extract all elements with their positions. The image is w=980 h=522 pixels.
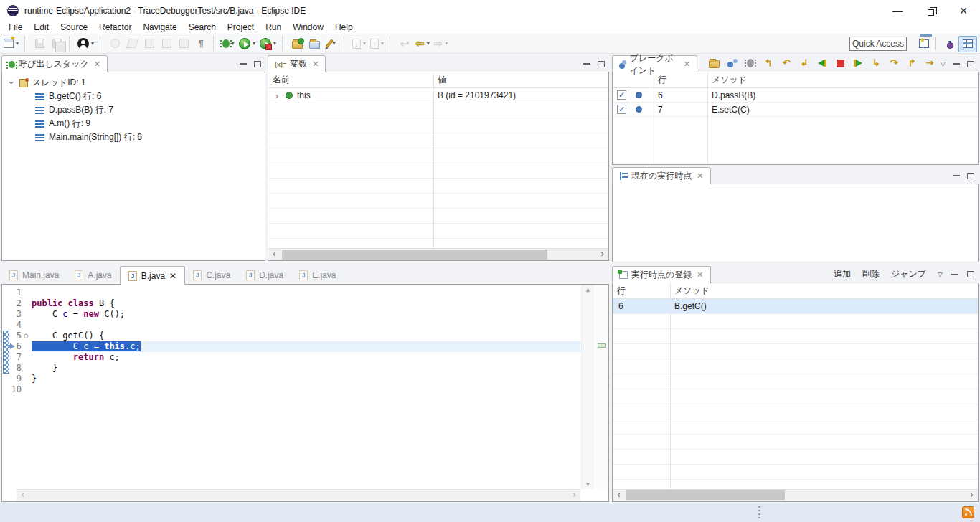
tab-breakpoints[interactable]: ブレークポイント ✕ (612, 55, 697, 72)
scroll-up-icon[interactable]: ▲ (582, 286, 594, 293)
user-account-button[interactable]: ▾ (76, 35, 95, 52)
column-header-value[interactable]: 値 (433, 74, 446, 86)
column-divider[interactable] (707, 72, 708, 164)
step-return-button[interactable]: ↱ (905, 57, 918, 70)
overview-ruler[interactable] (595, 285, 608, 489)
window-minimize-button[interactable]: — (881, 0, 914, 22)
bp-trace-button[interactable] (744, 57, 757, 70)
stack-frame-row[interactable]: B.getC() 行: 6 (2, 90, 265, 103)
debug-tool-b-button[interactable] (124, 35, 140, 52)
code-line[interactable]: 10 (2, 384, 580, 395)
dropdown-arrow-icon[interactable]: ▾ (381, 40, 384, 47)
checkbox[interactable]: ✓ (617, 105, 626, 114)
minimize-icon[interactable] (240, 63, 247, 70)
scroll-right-icon[interactable]: › (596, 249, 608, 260)
window-restore-button[interactable] (914, 0, 947, 22)
open-perspective-button[interactable] (915, 36, 933, 52)
open-type-button[interactable] (289, 35, 305, 52)
delete-button[interactable]: 削除 (862, 268, 880, 280)
debug-perspective-button[interactable] (958, 36, 977, 52)
bp-skip-all-button[interactable] (726, 57, 739, 70)
debug-button[interactable]: ▾ (220, 35, 236, 52)
column-header-line[interactable]: 行 (613, 285, 670, 297)
run-to-line-button[interactable]: ⇢ (923, 57, 936, 70)
code-line[interactable]: 2public class B { (2, 298, 580, 309)
forward-button[interactable]: ⇨▾ (433, 35, 450, 52)
news-feed-icon[interactable] (962, 506, 974, 518)
maximize-icon[interactable] (967, 173, 974, 179)
jump-button[interactable]: ジャンプ (891, 268, 926, 280)
scroll-down-icon[interactable]: ▼ (582, 480, 594, 488)
close-icon[interactable]: ✕ (169, 271, 176, 281)
scroll-left-icon[interactable]: ‹ (268, 249, 281, 260)
fold-marker-icon[interactable]: ⊖ (24, 331, 32, 341)
menu-project[interactable]: Project (222, 22, 260, 34)
editor-tab-cjava[interactable]: JC.java (185, 266, 238, 285)
new-wizard-button[interactable]: ▾ (2, 35, 20, 52)
breakpoint-row[interactable]: ✓6D.passB(B) (613, 88, 978, 103)
back-button[interactable]: ⇦▾ (414, 35, 431, 52)
dropdown-arrow-icon[interactable]: ▾ (253, 40, 255, 47)
code-line[interactable]: 5⊖ C getC() { (2, 331, 580, 341)
statusbar-handle[interactable] (758, 506, 760, 518)
minimize-icon[interactable] (583, 63, 590, 70)
mark-occurrences-button[interactable]: ▾ (324, 35, 339, 52)
close-icon[interactable]: ✕ (697, 270, 703, 280)
close-icon[interactable]: ✕ (94, 60, 100, 69)
scroll-left-icon[interactable]: ‹ (613, 490, 625, 501)
breakpoint-row[interactable]: ✓7E.setC(C) (613, 103, 978, 117)
chevron-down-icon[interactable]: › (6, 80, 17, 87)
scroll-thumb[interactable] (626, 490, 785, 500)
code-line[interactable]: 7 return c; (2, 352, 580, 363)
menu-file[interactable]: File (3, 22, 28, 34)
maximize-icon[interactable] (598, 61, 605, 67)
step-back-into-button[interactable]: ↰ (762, 57, 775, 70)
exec-points-hscrollbar[interactable]: ‹ › (613, 489, 978, 501)
menu-refactor[interactable]: Refactor (93, 22, 137, 34)
last-edit-location-button[interactable]: ↩ (397, 35, 413, 52)
step-back-over-button[interactable]: ↶ (780, 57, 793, 70)
menu-run[interactable]: Run (260, 22, 287, 34)
debug-tool-c-button[interactable] (141, 35, 157, 52)
dropdown-arrow-icon[interactable]: ▾ (91, 40, 94, 47)
dropdown-arrow-icon[interactable]: ▾ (16, 40, 19, 47)
step-over-button[interactable]: ↷ (887, 57, 900, 70)
menu-edit[interactable]: Edit (28, 22, 55, 34)
next-annotation-button[interactable]: ↓▾ (351, 35, 367, 52)
run-external-button[interactable]: ▾ (258, 35, 278, 52)
dropdown-arrow-icon[interactable]: ▾ (273, 40, 276, 47)
variable-row[interactable]: ›thisB (id = 2101973421) (268, 88, 608, 103)
view-menu-icon[interactable]: ▽ (941, 60, 946, 67)
java-perspective-button[interactable]: J (940, 36, 958, 52)
dropdown-arrow-icon[interactable]: ▾ (445, 40, 448, 47)
column-divider[interactable] (670, 283, 671, 488)
minimize-icon[interactable] (951, 274, 958, 280)
scroll-right-icon[interactable]: › (568, 490, 580, 501)
stack-frame-row[interactable]: D.passB(B) 行: 7 (2, 103, 265, 117)
code-line[interactable]: 3 C c = new C(); (2, 309, 580, 320)
save-button[interactable] (32, 35, 47, 52)
run-button[interactable]: ▾ (237, 35, 257, 52)
code-line[interactable]: 6 C c = this.c; (2, 341, 580, 352)
maximize-icon[interactable] (967, 271, 974, 277)
editor-tab-ajava[interactable]: JA.java (67, 266, 119, 285)
close-icon[interactable]: ✕ (312, 60, 319, 69)
menu-help[interactable]: Help (329, 22, 359, 34)
terminate-button[interactable] (834, 57, 847, 70)
thread-row[interactable]: ›スレッドID: 1 (2, 76, 265, 90)
scroll-thumb[interactable] (282, 250, 547, 260)
menu-search[interactable]: Search (183, 22, 222, 34)
scroll-right-icon[interactable]: › (966, 490, 978, 501)
debug-tool-d-button[interactable] (159, 35, 174, 52)
debug-tool-a-button[interactable] (107, 35, 123, 52)
tab-current-exec[interactable]: 現在の実行時点 ✕ (612, 167, 711, 184)
stack-frame-row[interactable]: Main.main(String[]) 行: 6 (2, 130, 265, 144)
code-line[interactable]: 4 (2, 320, 580, 331)
view-menu-icon[interactable]: ▽ (938, 271, 943, 278)
dropdown-arrow-icon[interactable]: ▾ (427, 40, 430, 47)
code-line[interactable]: 8 } (2, 363, 580, 374)
open-task-button[interactable] (306, 35, 322, 52)
editor-tab-djava[interactable]: JD.java (238, 266, 291, 285)
forward-resume-button[interactable] (852, 57, 864, 70)
close-icon[interactable]: ✕ (697, 171, 703, 181)
